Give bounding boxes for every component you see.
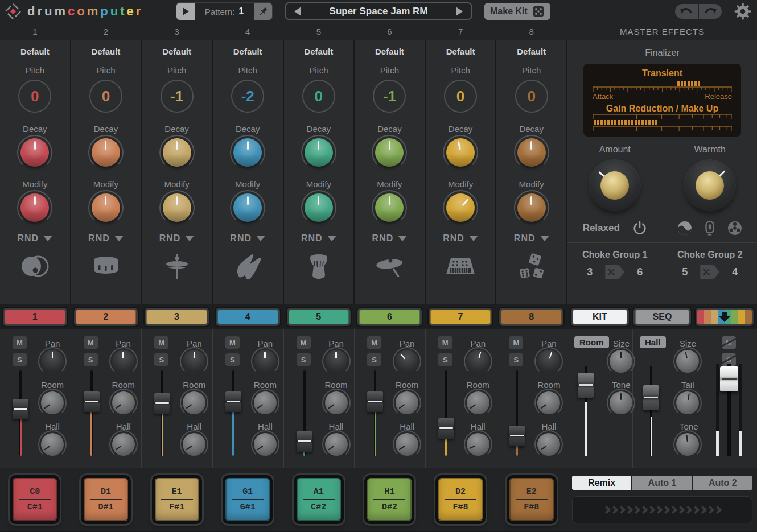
fader-handle[interactable] (509, 426, 525, 446)
choke-clear-icon[interactable] (605, 265, 624, 279)
pitch-control[interactable]: 0 (18, 80, 51, 113)
hall-send-knob[interactable] (112, 433, 135, 456)
pan-knob[interactable] (183, 350, 205, 373)
pan-knob[interactable] (537, 350, 560, 373)
choke-2-source[interactable]: 5 (682, 266, 688, 278)
room-level-fader[interactable] (577, 366, 595, 456)
volume-fader[interactable] (11, 370, 30, 456)
mute-button[interactable]: M (297, 336, 311, 349)
pan-knob[interactable] (112, 350, 135, 373)
mute-button[interactable]: M (84, 336, 98, 349)
randomize-control[interactable]: RND (443, 233, 478, 244)
pad-3[interactable]: E1F#1 (152, 475, 202, 524)
room-size-knob[interactable] (610, 350, 632, 373)
fader-handle[interactable] (225, 391, 241, 412)
auto-2-button[interactable]: Auto 2 (693, 476, 752, 490)
room-send-knob[interactable] (467, 391, 489, 414)
mute-button[interactable]: M (154, 336, 168, 349)
mute-button[interactable]: M (13, 336, 27, 349)
room-send-knob[interactable] (41, 391, 64, 414)
fader-handle[interactable] (438, 418, 454, 439)
preset-prev-button[interactable] (286, 3, 310, 19)
pattern-display[interactable]: Pattern: 1 (195, 3, 254, 20)
modify-knob[interactable] (163, 193, 191, 222)
preset-selector[interactable]: Default (20, 47, 50, 56)
preset-selector[interactable]: Default (446, 47, 475, 56)
volume-fader[interactable] (224, 370, 242, 456)
fader-handle[interactable] (578, 373, 594, 398)
randomize-control[interactable]: RND (17, 233, 52, 244)
channel-tab-1[interactable]: 1 (3, 308, 67, 326)
pitch-control[interactable]: 0 (444, 80, 477, 113)
randomize-control[interactable]: RND (88, 233, 124, 244)
pad-6[interactable]: H1D#2 (364, 475, 414, 524)
tube-icon[interactable] (703, 221, 716, 236)
warmth-knob[interactable] (685, 160, 735, 211)
solo-button[interactable]: S (13, 353, 27, 366)
channel-tab-5[interactable]: 5 (287, 308, 351, 326)
modify-knob[interactable] (305, 193, 333, 222)
room-send-knob[interactable] (396, 391, 418, 414)
randomize-control[interactable]: RND (372, 233, 408, 244)
decay-knob[interactable] (20, 138, 49, 167)
auto-1-button[interactable]: Auto 1 (632, 476, 692, 490)
decay-knob[interactable] (446, 138, 475, 167)
pad-4[interactable]: G1G#1 (223, 475, 273, 524)
remix-strip[interactable] (572, 496, 752, 523)
volume-fader[interactable] (153, 370, 171, 456)
pitch-control[interactable]: 0 (89, 80, 122, 113)
fader-handle[interactable] (297, 431, 312, 452)
channel-tab-4[interactable]: 4 (216, 308, 280, 326)
hall-send-knob[interactable] (183, 433, 205, 456)
pan-knob[interactable] (41, 350, 64, 373)
hall-send-knob[interactable] (537, 433, 560, 456)
pan-knob[interactable] (396, 350, 418, 373)
channel-tab-8[interactable]: 8 (499, 308, 563, 326)
room-send-knob[interactable] (112, 391, 135, 414)
channel-tab-2[interactable]: 2 (74, 308, 138, 326)
power-icon[interactable] (632, 221, 647, 236)
amount-knob[interactable] (590, 160, 640, 211)
saturation-wave-icon[interactable] (677, 221, 692, 236)
decay-knob[interactable] (517, 138, 546, 167)
hall-send-knob[interactable] (396, 433, 418, 456)
mute-button[interactable]: M (438, 336, 452, 349)
hall-toggle[interactable]: Hall (640, 336, 666, 348)
pad-5[interactable]: A1C#2 (294, 475, 344, 524)
randomize-control[interactable]: RND (230, 233, 265, 244)
chevron-down-icon[interactable] (398, 236, 407, 241)
choke-1-source[interactable]: 3 (587, 266, 593, 278)
mute-button[interactable]: M (509, 336, 523, 349)
chevron-down-icon[interactable] (185, 236, 194, 241)
solo-button[interactable]: S (84, 353, 98, 366)
hall-send-knob[interactable] (254, 433, 277, 456)
randomize-control[interactable]: RND (514, 233, 549, 244)
volume-fader[interactable] (508, 370, 526, 456)
decay-knob[interactable] (305, 138, 333, 167)
mute-button[interactable]: M (367, 336, 381, 349)
choke-clear-icon[interactable] (700, 265, 719, 279)
fader-handle[interactable] (13, 399, 28, 419)
solo-button[interactable]: S (367, 353, 381, 366)
pitch-control[interactable]: -1 (373, 80, 406, 113)
pitch-control[interactable]: -1 (161, 80, 194, 113)
fader-handle[interactable] (154, 393, 170, 414)
tab-kit[interactable]: KIT (571, 308, 629, 326)
hall-tail-knob[interactable] (676, 391, 699, 414)
fader-handle[interactable] (84, 391, 100, 412)
modify-knob[interactable] (92, 193, 120, 222)
volume-fader[interactable] (437, 370, 455, 456)
channel-tab-7[interactable]: 7 (429, 308, 493, 326)
decay-knob[interactable] (375, 138, 404, 167)
pad-1[interactable]: C0C#1 (10, 475, 60, 524)
mute-button[interactable]: M (225, 336, 240, 349)
volume-fader[interactable] (83, 370, 101, 456)
settings-button[interactable] (733, 2, 752, 21)
randomize-control[interactable]: RND (159, 233, 195, 244)
hall-tone-knob[interactable] (676, 433, 699, 456)
compressor-mode[interactable]: Relaxed (583, 222, 620, 234)
preset-next-button[interactable] (447, 3, 471, 19)
gain-reduction-meter[interactable] (593, 120, 732, 126)
preset-selector[interactable]: Default (517, 47, 546, 56)
tape-reel-icon[interactable] (727, 221, 742, 236)
